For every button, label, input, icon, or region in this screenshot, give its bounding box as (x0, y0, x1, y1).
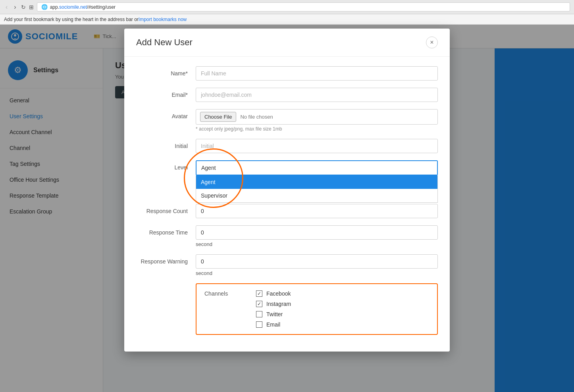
response-time-unit: second (196, 241, 438, 247)
globe-icon: 🌐 (41, 4, 48, 10)
email-label: Email (266, 321, 280, 328)
level-option-agent[interactable]: Agent (196, 175, 437, 189)
channel-twitter: Twitter (256, 311, 291, 317)
channels-section-label: Channels (204, 290, 248, 328)
address-bar[interactable]: 🌐 app.sociomile.net/#setting/user (37, 2, 570, 12)
level-option-supervisor[interactable]: Supervisor (196, 189, 437, 202)
initial-field-wrap (196, 139, 438, 153)
avatar-label: Avatar (136, 109, 188, 119)
name-field-wrap (196, 66, 438, 81)
level-field-wrap: Agent Agent Supervisor (196, 160, 438, 175)
bookmark-text: Add your first bookmark by using the hea… (4, 17, 139, 22)
channels-list: ✓ Facebook ✓ Instagram (256, 290, 291, 328)
initial-label: Initial (136, 139, 188, 149)
grid-button[interactable]: ⊞ (29, 4, 34, 10)
avatar-field-wrap: Choose File No file chosen * accept only… (196, 109, 438, 132)
choose-file-button[interactable]: Choose File (200, 112, 236, 122)
response-time-row: Response Time second (136, 225, 438, 247)
modal-header: Add New User × (124, 48, 450, 57)
level-dropdown-list: Agent Supervisor (196, 175, 438, 203)
channels-label (136, 283, 188, 287)
import-bookmarks-link[interactable]: Import bookmarks now (139, 17, 187, 22)
level-dropdown[interactable]: Agent Agent Supervisor (196, 160, 438, 175)
file-input-wrap: Choose File No file chosen (196, 109, 438, 125)
level-dropdown-selected[interactable]: Agent (196, 161, 437, 175)
email-label: Email* (136, 88, 188, 98)
name-label: Name* (136, 66, 188, 77)
response-time-label: Response Time (136, 225, 188, 236)
response-warning-unit: second (196, 270, 438, 276)
forward-button[interactable]: › (12, 4, 17, 11)
email-field-wrap (196, 88, 438, 102)
app-container: SOCIOMILE 🎫 Tick... Getting Started 6 ⚙ … (0, 25, 574, 392)
name-row: Name* (136, 66, 438, 81)
no-file-text: No file chosen (240, 114, 273, 120)
twitter-checkbox[interactable] (256, 311, 262, 317)
browser-chrome: ‹ › ↻ ⊞ 🌐 app.sociomile.net/#setting/use… (0, 0, 574, 14)
facebook-checkbox[interactable]: ✓ (256, 290, 262, 297)
channel-instagram: ✓ Instagram (256, 301, 291, 307)
add-new-user-modal: Add New User × Name* Email* (124, 48, 450, 352)
name-input[interactable] (196, 66, 438, 81)
twitter-label: Twitter (266, 311, 283, 317)
facebook-label: Facebook (266, 290, 291, 297)
channels-row: Channels ✓ Facebook ✓ Instagram (136, 283, 438, 335)
back-button[interactable]: ‹ (4, 4, 9, 11)
modal-body: Name* Email* Avatar (124, 57, 450, 352)
response-warning-input[interactable] (196, 254, 438, 269)
response-warning-label: Response Warning (136, 254, 188, 265)
initial-input[interactable] (196, 139, 438, 153)
response-time-input[interactable] (196, 225, 438, 240)
email-row: Email* (136, 88, 438, 102)
email-input[interactable] (196, 88, 438, 102)
response-count-label: Response Count (136, 204, 188, 214)
avatar-hint: * accept only jpeg/png, max file size 1m… (196, 126, 438, 132)
channels-wrap: Channels ✓ Facebook ✓ Instagram (196, 283, 438, 335)
instagram-label: Instagram (266, 301, 291, 307)
response-count-wrap (196, 204, 438, 218)
address-text: app.sociomile.net/#setting/user (50, 4, 116, 10)
email-checkbox[interactable] (256, 321, 262, 328)
response-count-row: Response Count (136, 204, 438, 218)
level-row: Level Agent Agent Supervisor (136, 160, 438, 175)
level-label: Level (136, 160, 188, 171)
initial-row: Initial (136, 139, 438, 153)
bookmark-bar: Add your first bookmark by using the hea… (0, 14, 574, 25)
response-warning-row: Response Warning second (136, 254, 438, 276)
channel-facebook: ✓ Facebook (256, 290, 291, 297)
channels-box: Channels ✓ Facebook ✓ Instagram (196, 283, 438, 335)
response-count-input[interactable] (196, 204, 438, 218)
reload-button[interactable]: ↻ (21, 4, 26, 10)
channel-email: Email (256, 321, 291, 328)
avatar-row: Avatar Choose File No file chosen * acce… (136, 109, 438, 132)
instagram-checkbox[interactable]: ✓ (256, 301, 262, 307)
response-time-wrap: second (196, 225, 438, 247)
modal-overlay[interactable]: Add New User × Name* Email* (0, 48, 574, 392)
main-layout: ⚙ Settings General User Settings Account… (0, 48, 574, 392)
response-warning-wrap: second (196, 254, 438, 276)
